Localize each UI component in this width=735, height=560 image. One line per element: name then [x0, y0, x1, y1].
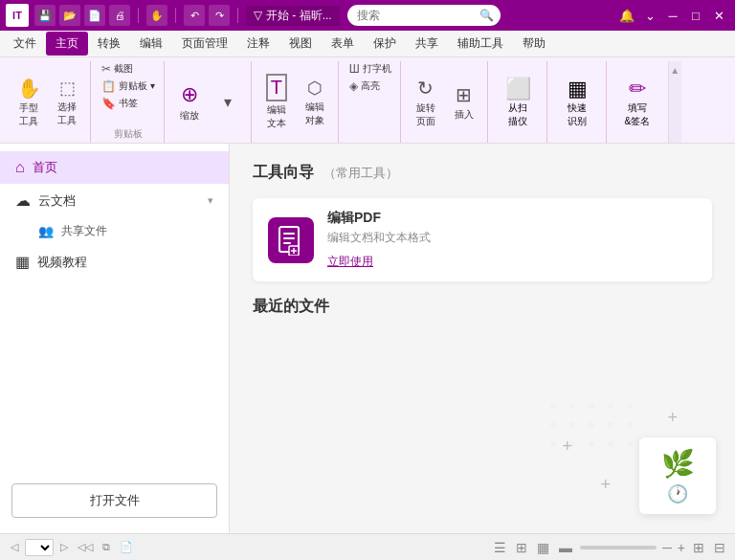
nav-left-btn[interactable]: ◁ — [8, 541, 21, 553]
view-grid-btn[interactable]: ▦ — [535, 540, 551, 555]
zoom-slider[interactable] — [580, 546, 657, 549]
copy-btn[interactable]: ⧉ — [100, 541, 113, 553]
edit-pdf-icon — [268, 217, 314, 263]
menu-item-comment[interactable]: 注释 — [237, 32, 279, 56]
print-icon-btn[interactable]: 🖨 — [109, 5, 130, 26]
scan-icon: ⬜ — [505, 77, 531, 101]
new-icon-btn[interactable]: 📄 — [84, 5, 105, 26]
hand-tool-icon-btn[interactable]: ✋ — [146, 5, 167, 26]
sidebar-item-cloud[interactable]: ☁ 云文档 ▾ — [0, 184, 229, 217]
status-bar: ◁ ▷ ◁◁ ⧉ 📄 ☰ ⊞ ▦ ▬ ─ + ⊞ ⊟ — [0, 533, 735, 560]
open-icon-btn[interactable]: 📂 — [59, 5, 80, 26]
menu-item-help[interactable]: 帮助 — [513, 32, 555, 56]
sep3 — [237, 8, 238, 23]
sidebar-item-shared[interactable]: 👥 共享文件 — [0, 217, 229, 245]
recent-files-title: 最近的文件 — [253, 297, 712, 317]
zoom-arrow-button[interactable]: ▾ — [211, 91, 245, 113]
save-icon-btn[interactable]: 💾 — [34, 5, 56, 26]
sign-button[interactable]: ✏ 填写&签名 — [620, 75, 655, 130]
edit-text-icon: T — [266, 74, 287, 101]
minimize-button[interactable]: ─ — [662, 5, 683, 26]
svg-point-8 — [569, 403, 575, 409]
view-double-btn[interactable]: ⊞ — [514, 540, 529, 555]
menu-item-assist[interactable]: 辅助工具 — [448, 32, 513, 56]
hand-tool-button[interactable]: ✋ 手型工具 — [11, 75, 46, 130]
edit-btns: T 编辑文本 ⬡ 编辑对象 — [259, 61, 332, 143]
bookmark-icon: 🔖 — [101, 97, 116, 110]
zoom-icon: ⊕ — [181, 82, 198, 107]
title-bar: IT 💾 📂 📄 🖨 ✋ ↶ ↷ ▽ 开始 - 福昕... 🔍 🔔 ⌄ ─ □ … — [0, 0, 735, 31]
typewriter-button[interactable]: Ш 打字机 — [346, 61, 394, 77]
bookmark-button[interactable]: 🔖 书签 — [99, 96, 141, 111]
fit-width-btn[interactable]: ⊞ — [691, 540, 706, 555]
edit-text-button[interactable]: T 编辑文本 — [259, 72, 294, 132]
toolbar-icons: 💾 📂 📄 🖨 ✋ ↶ ↷ ▽ 开始 - 福昕... — [34, 5, 340, 26]
zoom-button[interactable]: ⊕ 缩放 — [172, 80, 207, 124]
open-file-button[interactable]: 打开文件 — [11, 483, 217, 518]
ribbon-group-tools: ✋ 手型工具 ⬚ 选择工具 — [6, 61, 91, 143]
menu-item-home[interactable]: 主页 — [46, 32, 88, 56]
undo-icon-btn[interactable]: ↶ — [184, 5, 205, 26]
scan-btns: ⬜ 从扫描仪 — [501, 61, 535, 143]
shared-icon: 👥 — [38, 224, 54, 238]
pdf-icon-decoration: 🌿 🕐 — [639, 437, 716, 514]
maximize-button[interactable]: □ — [685, 5, 706, 26]
ocr-icon: ▦ — [568, 77, 588, 101]
svg-rect-2 — [283, 237, 295, 239]
svg-point-21 — [627, 441, 633, 447]
rotate-icon: ↻ — [417, 77, 434, 100]
sidebar: ⌂ 首页 ☁ 云文档 ▾ 👥 共享文件 ▦ 视频教程 打开文件 — [0, 144, 230, 533]
redo-icon-btn[interactable]: ↷ — [209, 5, 230, 26]
highlight-icon: ◈ — [349, 79, 358, 93]
window-controls: 🔔 ⌄ ─ □ ✕ — [616, 5, 729, 26]
close-button[interactable]: ✕ — [708, 5, 729, 26]
menu-item-edit[interactable]: 编辑 — [130, 32, 172, 56]
view-single-btn[interactable]: ☰ — [492, 540, 508, 555]
nav-right-btn[interactable]: ▷ — [57, 541, 71, 553]
zoom-plus-btn[interactable]: + — [678, 540, 685, 555]
app-title-text: 开始 - 福昕... — [266, 8, 332, 24]
ocr-button[interactable]: ▦ 快速识别 — [560, 75, 594, 130]
svg-point-17 — [550, 441, 556, 447]
ribbon-group-zoom: ⊕ 缩放 ▾ — [167, 61, 252, 143]
nav-prev-btn[interactable]: ◁◁ — [75, 541, 96, 553]
fit-page-btn[interactable]: ⊟ — [712, 540, 727, 555]
bell-icon-btn[interactable]: 🔔 — [616, 5, 637, 26]
menu-item-share[interactable]: 共享 — [406, 32, 448, 56]
sign-icon: ✏ — [629, 77, 646, 101]
plus-btn-2[interactable]: + — [600, 475, 611, 495]
menu-item-view[interactable]: 视图 — [279, 32, 322, 56]
edit-pdf-card[interactable]: 编辑PDF 编辑文档和文本格式 立即使用 — [253, 198, 712, 281]
menu-item-file[interactable]: 文件 — [4, 32, 46, 56]
insert-button[interactable]: ⊞ 插入 — [447, 81, 481, 123]
scan-button[interactable]: ⬜ 从扫描仪 — [501, 75, 535, 130]
title-dropdown[interactable]: ▽ 开始 - 福昕... — [246, 6, 340, 26]
svg-point-15 — [608, 422, 613, 428]
highlight-button[interactable]: ◈ 高亮 — [346, 78, 383, 94]
sep2 — [175, 8, 176, 23]
plus-btn-3[interactable]: + — [667, 408, 678, 428]
menu-item-page[interactable]: 页面管理 — [172, 32, 237, 56]
main-area: ⌂ 首页 ☁ 云文档 ▾ 👥 共享文件 ▦ 视频教程 打开文件 工具向导 （常用… — [0, 144, 735, 533]
zoom-minus-btn[interactable]: ─ — [662, 540, 672, 555]
sidebar-item-tutorial[interactable]: ▦ 视频教程 — [0, 245, 229, 279]
page-selector[interactable] — [25, 539, 54, 556]
chevron-down-icon-btn[interactable]: ⌄ — [639, 5, 660, 26]
use-now-link[interactable]: 立即使用 — [327, 254, 697, 270]
search-input[interactable] — [347, 5, 501, 26]
screenshot-button[interactable]: ✂ 截图 — [99, 61, 136, 77]
menu-item-protect[interactable]: 保护 — [364, 32, 406, 56]
menu-item-form[interactable]: 表单 — [322, 32, 364, 56]
typewriter-icon: Ш — [349, 62, 360, 76]
view-spread-btn[interactable]: ▬ — [557, 540, 574, 555]
select-tool-button[interactable]: ⬚ 选择工具 — [50, 76, 84, 129]
edit-object-button[interactable]: ⬡ 编辑对象 — [298, 76, 332, 129]
sidebar-item-home[interactable]: ⌂ 首页 — [0, 151, 229, 184]
doc-btn[interactable]: 📄 — [117, 541, 136, 553]
menu-item-convert[interactable]: 转换 — [88, 32, 130, 56]
svg-point-12 — [550, 422, 556, 428]
ribbon-scroll[interactable]: ▲ — [668, 61, 681, 143]
zoom-btns: ⊕ 缩放 ▾ — [172, 61, 245, 143]
rotate-button[interactable]: ↻ 旋转页面 — [409, 75, 443, 130]
clipboard-button[interactable]: 📋 剪贴板 ▾ — [99, 78, 158, 94]
